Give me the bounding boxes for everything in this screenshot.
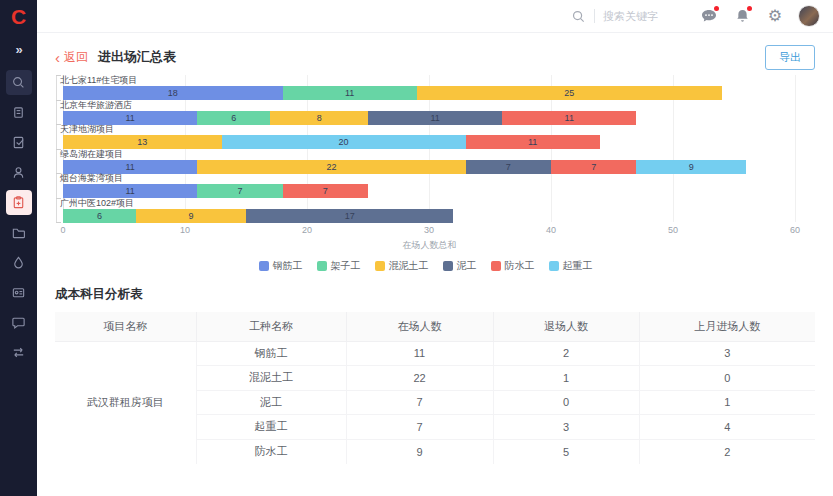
table-header-row: 项目名称工种名称在场人数退场人数上月进场人数 <box>55 312 815 341</box>
chart-category-row: 广州中医102#项目6917 <box>63 198 796 223</box>
bar-segment-防水工[interactable]: 11 <box>466 135 600 149</box>
sidebar-item-card[interactable] <box>6 280 32 305</box>
table-cell: 起重工 <box>196 415 346 440</box>
legend-swatch <box>317 261 327 271</box>
bar-segment-架子工[interactable]: 7 <box>197 184 282 198</box>
sidebar-item-material[interactable] <box>6 250 32 275</box>
stacked-bar: 1177 <box>63 184 796 198</box>
x-axis-tick-label: 40 <box>546 225 556 235</box>
legend-label: 架子工 <box>331 259 361 273</box>
x-axis-tick-label: 50 <box>668 225 678 235</box>
chart-category-row: 北京年华旅游酒店11681111 <box>63 100 796 125</box>
bar-segment-泥工[interactable]: 11 <box>368 111 502 125</box>
legend-item-起重工[interactable]: 起重工 <box>549 259 593 273</box>
bar-segment-泥工[interactable]: 7 <box>466 160 551 174</box>
chart-legend: 钢筋工架子工混泥土工泥工防水工起重工 <box>55 259 796 273</box>
bar-segment-钢筋工[interactable]: 11 <box>63 111 197 125</box>
app-logo[interactable]: C <box>0 0 37 34</box>
bar-segment-起重工[interactable]: 20 <box>222 135 466 149</box>
stacked-bar: 6917 <box>63 209 796 223</box>
stacked-bar: 11681111 <box>63 111 796 125</box>
chart-category-row: 绿岛湖在建项目1122779 <box>63 149 796 174</box>
bar-segment-混泥土工[interactable]: 22 <box>197 160 465 174</box>
table-cell: 9 <box>346 439 493 464</box>
legend-label: 防水工 <box>505 259 535 273</box>
back-label: 返回 <box>64 49 88 66</box>
stacked-bar-chart: 北七家11#住宅项目181125北京年华旅游酒店11681111天津地湖项目13… <box>55 75 815 273</box>
search-icon <box>11 75 26 90</box>
messages-button[interactable] <box>699 6 719 26</box>
stacked-bar: 132011 <box>63 135 796 149</box>
legend-label: 起重工 <box>563 259 593 273</box>
table-cell: 22 <box>346 366 493 391</box>
chart-category-row: 烟台海棠湾项目1177 <box>63 173 796 198</box>
bar-segment-钢筋工[interactable]: 18 <box>63 86 283 100</box>
export-button[interactable]: 导出 <box>765 45 815 70</box>
table-cell: 防水工 <box>196 439 346 464</box>
table-header-cell: 工种名称 <box>196 312 346 341</box>
notifications-button[interactable] <box>732 6 752 26</box>
chart-x-axis-name: 在场人数总和 <box>63 239 796 252</box>
legend-item-架子工[interactable]: 架子工 <box>317 259 361 273</box>
table-cell: 0 <box>639 366 815 391</box>
category-label: 烟台海棠湾项目 <box>60 173 796 183</box>
sidebar-item-folder[interactable] <box>6 220 32 245</box>
table-cell: 钢筋工 <box>196 341 346 366</box>
bar-segment-防水工[interactable]: 11 <box>502 111 636 125</box>
sidebar-item-message[interactable] <box>6 310 32 335</box>
x-axis-tick-label: 10 <box>180 225 190 235</box>
user-icon <box>11 165 26 180</box>
table-cell: 7 <box>346 415 493 440</box>
bar-segment-架子工[interactable]: 6 <box>63 209 136 223</box>
x-axis-tick-label: 60 <box>790 225 800 235</box>
bar-segment-钢筋工[interactable]: 11 <box>63 160 197 174</box>
bar-segment-钢筋工[interactable]: 11 <box>63 184 197 198</box>
bar-segment-混泥土工[interactable]: 9 <box>136 209 246 223</box>
bar-segment-泥工[interactable]: 17 <box>246 209 453 223</box>
back-button[interactable]: ‹ 返回 <box>55 49 88 66</box>
sidebar-item-search[interactable] <box>6 70 32 95</box>
legend-item-泥工[interactable]: 泥工 <box>443 259 477 273</box>
bar-segment-混泥土工[interactable]: 13 <box>63 135 222 149</box>
bar-segment-起重工[interactable]: 9 <box>636 160 746 174</box>
table-header-cell: 在场人数 <box>346 312 493 341</box>
legend-swatch <box>443 261 453 271</box>
search-icon <box>571 9 586 24</box>
legend-item-防水工[interactable]: 防水工 <box>491 259 535 273</box>
sidebar-item-transfer[interactable] <box>6 340 32 365</box>
bar-segment-防水工[interactable]: 7 <box>283 184 368 198</box>
main-content: ‹ 返回 进出场汇总表 导出 北七家11#住宅项目181125北京年华旅游酒店1… <box>37 34 833 496</box>
x-axis-tick-label: 30 <box>424 225 434 235</box>
table-cell: 7 <box>346 390 493 415</box>
sidebar-expand-icon[interactable]: » <box>15 38 21 60</box>
bar-segment-架子工[interactable]: 6 <box>197 111 270 125</box>
sidebar-item-approval[interactable] <box>6 130 32 155</box>
sidebar-item-project[interactable] <box>6 100 32 125</box>
legend-item-混泥土工[interactable]: 混泥土工 <box>375 259 429 273</box>
category-label: 广州中医102#项目 <box>60 198 796 208</box>
bar-segment-架子工[interactable]: 11 <box>283 86 417 100</box>
bar-segment-混泥土工[interactable]: 8 <box>270 111 368 125</box>
gear-icon: ⚙ <box>768 8 782 24</box>
search-placeholder: 搜索关键字 <box>603 9 658 24</box>
table-header-cell: 退场人数 <box>493 312 639 341</box>
legend-item-钢筋工[interactable]: 钢筋工 <box>259 259 303 273</box>
table-cell: 5 <box>493 439 639 464</box>
bar-segment-防水工[interactable]: 7 <box>551 160 636 174</box>
sidebar-item-user[interactable] <box>6 160 32 185</box>
sidebar: C » <box>0 0 37 496</box>
table-title: 成本科目分析表 <box>55 286 815 303</box>
table-cell: 1 <box>639 390 815 415</box>
global-search-input[interactable]: 搜索关键字 <box>571 9 658 24</box>
x-axis-tick-label: 0 <box>60 225 65 235</box>
notification-badge <box>747 6 752 11</box>
form-edit-icon <box>11 135 26 150</box>
table-cell: 2 <box>639 439 815 464</box>
sidebar-item-labor-attendance[interactable] <box>6 190 32 215</box>
avatar[interactable] <box>798 5 820 27</box>
table-cell: 2 <box>493 341 639 366</box>
legend-swatch <box>549 261 559 271</box>
chart-category-row: 天津地湖项目132011 <box>63 124 796 149</box>
settings-button[interactable]: ⚙ <box>765 6 785 26</box>
bar-segment-混泥土工[interactable]: 25 <box>417 86 722 100</box>
